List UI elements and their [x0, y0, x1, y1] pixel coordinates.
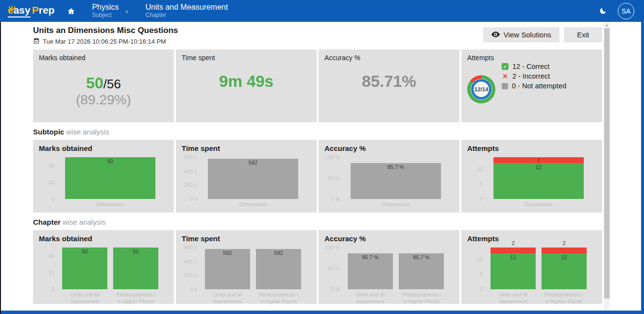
logo-rays-icon	[8, 1, 16, 13]
chapter-accuracy-chart: Accuracy % 100 %50 %0 %85.7 %Units and M…	[319, 230, 459, 304]
subtopic-section-heading: Subtopic wise analysis	[33, 128, 602, 136]
card-title: Time spent	[182, 54, 311, 62]
marks-summary-card: Marks obtained 50/56 (89.29%)	[33, 50, 174, 122]
chart-title: Marks obtained	[39, 144, 168, 152]
y-axis: 1050	[467, 157, 488, 199]
chart-title: Accuracy %	[324, 144, 454, 152]
chart-title: Attempts	[467, 144, 596, 152]
breadcrumb-subject[interactable]: Physics Subject	[92, 3, 119, 18]
breadcrumb-chapter[interactable]: Units and Measurement Chapter	[146, 3, 228, 18]
card-title: Accuracy %	[324, 54, 454, 62]
breadcrumb-subject-title: Physics	[92, 3, 119, 12]
bar: 85.7 %Dimensions	[345, 157, 447, 208]
y-axis: 40200	[39, 157, 59, 199]
test-datetime: Tue Mar 17 2026 10:06:25 PM-10:16:14 PM	[43, 38, 166, 45]
scrollbar-thumb[interactable]	[604, 28, 610, 298]
attempts-summary-card: Attempts 12/14 ✓ 12 - Correct	[461, 50, 602, 122]
bar: 582Photosynthesis in Higher Plants	[253, 248, 304, 305]
breadcrumb-chapter-title: Units and Measurement	[146, 3, 228, 12]
breadcrumb-chevron-icon: ›	[126, 7, 128, 15]
time-summary-card: Time spent 9m 49s	[176, 50, 317, 122]
y-axis: 600 s400 s200 s0 s	[182, 248, 202, 289]
subtopic-accuracy-chart: Accuracy % 100 %50 %0 %85.7 %Dimensions	[319, 140, 459, 213]
bar: 50Dimensions	[59, 157, 161, 208]
legend-correct: ✓ 12 - Correct	[502, 63, 566, 70]
marks-score: 50	[86, 74, 103, 92]
bar: 85.7 %Photosynthesis in Higher Plants	[396, 248, 447, 305]
plot-area: 122Dimensions	[488, 157, 596, 208]
subtopic-time-chart: Time spent 600 s400 s200 s0 s582Dimensio…	[176, 140, 317, 213]
bar: 212Photosynthesis in Higher Plants	[539, 248, 590, 305]
plot-area: 50Units and Measurement50Photosynthesis …	[59, 248, 168, 305]
breadcrumb-subject-subtitle: Subject	[92, 12, 119, 19]
legend-incorrect: ✕ 2 - Incorrect	[502, 72, 566, 80]
plot-area: 50Dimensions	[59, 157, 168, 208]
y-axis: 100 %50 %0 %	[324, 248, 345, 289]
user-avatar[interactable]: SA	[618, 3, 634, 19]
chart-title: Time spent	[182, 144, 311, 152]
accuracy-summary-card: Accuracy % 85.71%	[319, 50, 459, 122]
time-spent-value: 9m 49s	[182, 72, 311, 91]
bar: 582Units and Measurement	[202, 248, 253, 305]
top-navbar: easyPrep Physics Subject › Units and Mea…	[0, 0, 644, 22]
logo-letter-p: P	[32, 4, 39, 16]
y-axis: 40200	[39, 248, 59, 289]
window-left-edge	[0, 22, 1, 314]
plot-area: 582Units and Measurement582Photosynthesi…	[202, 248, 311, 305]
bar: 212Units and Measurement	[488, 248, 539, 305]
chart-title: Marks obtained	[39, 234, 168, 243]
chapter-marks-chart: Marks obtained 4020050Units and Measurem…	[33, 230, 174, 304]
attempts-donut-chart: 12/14	[467, 75, 495, 103]
chart-title: Accuracy %	[324, 234, 454, 243]
marks-percent: (89.29%)	[39, 92, 168, 108]
view-solutions-button[interactable]: View Solutions	[483, 27, 559, 42]
plot-area: 85.7 %Units and Measurement85.7 %Photosy…	[345, 248, 454, 305]
y-axis: 600 s400 s200 s0 s	[182, 157, 202, 199]
bar: 582Dimensions	[202, 157, 304, 208]
chapter-time-chart: Time spent 600 s400 s200 s0 s582Units an…	[176, 230, 317, 304]
plot-area: 85.7 %Dimensions	[345, 157, 454, 208]
bar: 122Dimensions	[488, 157, 590, 208]
bar: 50Units and Measurement	[59, 248, 110, 305]
not-attempted-square-icon	[502, 83, 508, 89]
legend-not-attempted: 0 - Not attempted	[502, 82, 566, 90]
app-logo[interactable]: easyPrep	[8, 4, 54, 17]
page-content: ▲ Units an Dimensions Misc Questions Tue…	[1, 22, 641, 311]
eye-icon	[491, 31, 500, 39]
dark-mode-moon-icon[interactable]	[599, 7, 607, 15]
chapter-section-heading: Chapter wise analysis	[33, 218, 602, 226]
y-axis: 1050	[467, 248, 488, 289]
plot-area: 582Dimensions	[202, 157, 311, 208]
chart-title: Time spent	[182, 234, 311, 243]
plot-area: 212Units and Measurement212Photosynthesi…	[488, 248, 596, 305]
chapter-attempts-chart: Attempts 1050212Units and Measurement212…	[461, 230, 602, 304]
subtopic-attempts-chart: Attempts 1050122Dimensions	[461, 140, 602, 213]
incorrect-x-icon: ✕	[502, 72, 508, 80]
accuracy-value: 85.71%	[324, 72, 454, 91]
card-title: Marks obtained	[39, 54, 168, 62]
correct-check-icon: ✓	[502, 63, 508, 70]
chart-title: Attempts	[467, 234, 596, 243]
breadcrumb-chapter-subtitle: Chapter	[146, 12, 228, 19]
scrollbar-up-arrow[interactable]: ▲	[604, 22, 610, 28]
calendar-icon	[33, 37, 40, 46]
page-title: Units an Dimensions Misc Questions	[33, 26, 178, 35]
subtopic-marks-chart: Marks obtained 4020050Dimensions	[33, 140, 174, 213]
attempts-donut-center: 12/14	[474, 82, 489, 97]
exit-button[interactable]: Exit	[564, 27, 602, 42]
bar: 50Photosynthesis in Higher Plants	[110, 248, 161, 305]
vertical-scrollbar[interactable]: ▲	[604, 22, 610, 311]
y-axis: 100 %50 %0 %	[324, 157, 345, 199]
marks-total: /56	[103, 77, 121, 91]
card-title: Attempts	[467, 54, 596, 62]
bar: 85.7 %Units and Measurement	[345, 248, 396, 305]
home-icon[interactable]	[67, 7, 75, 15]
